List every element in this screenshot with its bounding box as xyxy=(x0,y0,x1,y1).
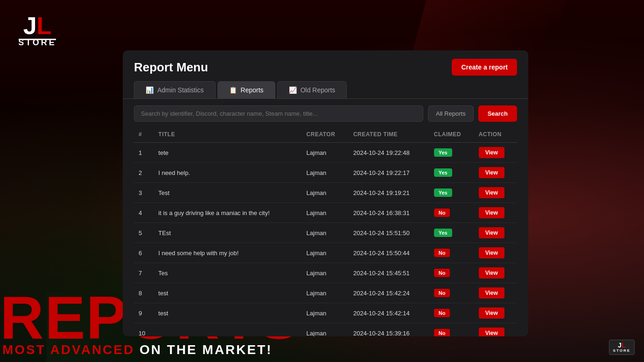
old-reports-icon: 📈 xyxy=(289,86,297,94)
col-id: # xyxy=(134,126,154,143)
col-claimed: CLAIMED xyxy=(429,126,474,143)
cell-claimed: No xyxy=(429,303,474,323)
view-button[interactable]: View xyxy=(479,287,504,299)
cell-title: Test xyxy=(154,183,301,203)
table-row: 4 it is a guy driving like a maniac in t… xyxy=(134,203,517,223)
table-header-row: # TITLE CREATOR CREATED TIME CLAIMED ACT… xyxy=(134,126,517,143)
cell-claimed: No xyxy=(429,263,474,283)
cell-id: 6 xyxy=(134,243,154,263)
tabs-container: 📊 Admin Statistics 📋 Reports 📈 Old Repor… xyxy=(123,76,528,98)
search-bar: All Reports Search xyxy=(123,98,528,126)
cell-creator: Lajman xyxy=(302,203,349,223)
cell-creator: Lajman xyxy=(302,283,349,303)
panel-header: Report Menu Create a report xyxy=(123,50,528,76)
logo-letters: JL xyxy=(23,14,52,38)
cell-created: 2024-10-24 15:42:24 xyxy=(349,283,429,303)
view-button[interactable]: View xyxy=(479,167,504,178)
cell-title: test xyxy=(154,303,301,323)
subtitle-part1: MOST ADVANCED xyxy=(2,342,134,357)
claimed-badge: No xyxy=(434,289,450,297)
claimed-badge: No xyxy=(434,269,450,277)
table-row: 8 test Lajman 2024-10-24 15:42:24 No Vie… xyxy=(134,283,517,303)
cell-creator: Lajman xyxy=(302,143,349,163)
view-button[interactable]: View xyxy=(479,227,504,238)
col-action: ACTION xyxy=(474,126,517,143)
cell-id: 5 xyxy=(134,223,154,243)
panel-title: Report Menu xyxy=(134,60,208,75)
cell-id: 8 xyxy=(134,283,154,303)
view-button[interactable]: View xyxy=(479,207,504,218)
cell-action: View xyxy=(474,223,517,243)
col-created-time: CREATED TIME xyxy=(349,126,429,143)
view-button[interactable]: View xyxy=(479,267,504,278)
logo-l: L xyxy=(37,12,52,39)
cell-claimed: No xyxy=(429,203,474,223)
cell-claimed: Yes xyxy=(429,223,474,243)
claimed-badge: No xyxy=(434,249,450,257)
col-creator: CREATOR xyxy=(302,126,349,143)
cell-action: View xyxy=(474,263,517,283)
filter-button[interactable]: All Reports xyxy=(428,105,474,122)
logo-br-store: STORE xyxy=(613,348,630,353)
cell-title: it is a guy driving like a maniac in the… xyxy=(154,203,301,223)
admin-statistics-icon: 📊 xyxy=(146,86,154,94)
main-panel: Report Menu Create a report 📊 Admin Stat… xyxy=(123,50,528,336)
cell-id: 7 xyxy=(134,263,154,283)
cell-action: View xyxy=(474,283,517,303)
view-button[interactable]: View xyxy=(479,307,504,319)
cell-created: 2024-10-24 15:45:51 xyxy=(349,263,429,283)
cell-title xyxy=(154,323,301,337)
tab-reports-label: Reports xyxy=(241,86,264,94)
cell-creator: Lajman xyxy=(302,183,349,203)
logo: JL STORE xyxy=(9,7,65,54)
cell-action: View xyxy=(474,163,517,183)
cell-id: 1 xyxy=(134,143,154,163)
reports-table: # TITLE CREATOR CREATED TIME CLAIMED ACT… xyxy=(134,126,517,336)
cell-created: 2024-10-24 19:19:21 xyxy=(349,183,429,203)
cell-action: View xyxy=(474,243,517,263)
col-title: TITLE xyxy=(154,126,301,143)
cell-claimed: Yes xyxy=(429,143,474,163)
cell-created: 2024-10-24 15:51:50 xyxy=(349,223,429,243)
cell-title: I need help. xyxy=(154,163,301,183)
view-button[interactable]: View xyxy=(479,327,504,336)
cell-creator: Lajman xyxy=(302,243,349,263)
tab-admin-statistics[interactable]: 📊 Admin Statistics xyxy=(134,81,216,98)
tab-old-reports[interactable]: 📈 Old Reports xyxy=(277,81,347,98)
search-button[interactable]: Search xyxy=(478,105,517,122)
cell-id: 2 xyxy=(134,163,154,183)
view-button[interactable]: View xyxy=(479,187,504,198)
cell-creator: Lajman xyxy=(302,303,349,323)
cell-claimed: Yes xyxy=(429,183,474,203)
cell-title: tete xyxy=(154,143,301,163)
cell-action: View xyxy=(474,303,517,323)
claimed-badge: Yes xyxy=(434,188,452,197)
cell-title: test xyxy=(154,283,301,303)
claimed-badge: Yes xyxy=(434,168,452,177)
table-row: 3 Test Lajman 2024-10-24 19:19:21 Yes Vi… xyxy=(134,183,517,203)
tab-admin-statistics-label: Admin Statistics xyxy=(157,86,204,94)
create-report-button[interactable]: Create a report xyxy=(452,59,517,76)
cell-created: 2024-10-24 19:22:48 xyxy=(349,143,429,163)
claimed-badge: No xyxy=(434,309,450,317)
search-input[interactable] xyxy=(134,105,423,122)
tab-reports[interactable]: 📋 Reports xyxy=(217,81,275,98)
table-row: 1 tete Lajman 2024-10-24 19:22:48 Yes Vi… xyxy=(134,143,517,163)
view-button[interactable]: View xyxy=(479,147,504,158)
cell-title: Tes xyxy=(154,263,301,283)
view-button[interactable]: View xyxy=(479,247,504,258)
cell-claimed: No xyxy=(429,243,474,263)
cell-title: TEst xyxy=(154,223,301,243)
table-row: 2 I need help. Lajman 2024-10-24 19:22:1… xyxy=(134,163,517,183)
cell-action: View xyxy=(474,143,517,163)
cell-action: View xyxy=(474,323,517,337)
table-row: 9 test Lajman 2024-10-24 15:42:14 No Vie… xyxy=(134,303,517,323)
cell-id: 10 xyxy=(134,323,154,337)
cell-created: 2024-10-24 19:22:17 xyxy=(349,163,429,183)
bg-subtitle-text: MOST ADVANCED ON THE MARKET! xyxy=(2,342,273,357)
logo-br-letters: JL xyxy=(618,342,625,348)
cell-id: 9 xyxy=(134,303,154,323)
cell-created: 2024-10-24 15:50:44 xyxy=(349,243,429,263)
cell-creator: Lajman xyxy=(302,323,349,337)
cell-title: I need some help with my job! xyxy=(154,243,301,263)
